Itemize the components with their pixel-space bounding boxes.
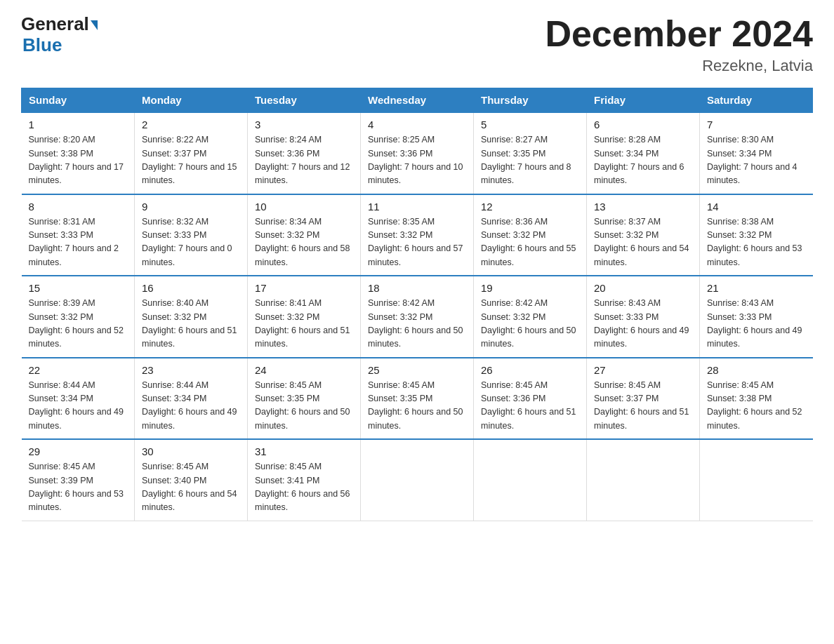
- calendar-cell: 11 Sunrise: 8:35 AM Sunset: 3:32 PM Dayl…: [361, 194, 474, 276]
- day-info: Sunrise: 8:20 AM Sunset: 3:38 PM Dayligh…: [29, 133, 128, 188]
- day-header-sunday: Sunday: [22, 88, 135, 113]
- calendar-cell: [361, 439, 474, 521]
- logo-line2: Blue: [22, 34, 62, 56]
- day-info: Sunrise: 8:31 AM Sunset: 3:33 PM Dayligh…: [29, 215, 128, 270]
- day-number: 8: [29, 201, 128, 213]
- calendar-cell: 12 Sunrise: 8:36 AM Sunset: 3:32 PM Dayl…: [474, 194, 587, 276]
- calendar-cell: 20 Sunrise: 8:43 AM Sunset: 3:33 PM Dayl…: [587, 276, 700, 358]
- day-number: 7: [707, 119, 806, 130]
- day-info: Sunrise: 8:37 AM Sunset: 3:32 PM Dayligh…: [594, 215, 692, 270]
- day-info: Sunrise: 8:44 AM Sunset: 3:34 PM Dayligh…: [142, 379, 240, 434]
- day-info: Sunrise: 8:45 AM Sunset: 3:38 PM Dayligh…: [707, 379, 806, 434]
- calendar-cell: 8 Sunrise: 8:31 AM Sunset: 3:33 PM Dayli…: [22, 194, 135, 276]
- calendar-cell: 6 Sunrise: 8:28 AM Sunset: 3:34 PM Dayli…: [587, 112, 700, 194]
- day-info: Sunrise: 8:45 AM Sunset: 3:35 PM Dayligh…: [368, 379, 466, 434]
- calendar-cell: 22 Sunrise: 8:44 AM Sunset: 3:34 PM Dayl…: [22, 358, 135, 440]
- day-info: Sunrise: 8:35 AM Sunset: 3:32 PM Dayligh…: [368, 215, 466, 270]
- day-info: Sunrise: 8:28 AM Sunset: 3:34 PM Dayligh…: [594, 133, 692, 188]
- calendar-cell: 29 Sunrise: 8:45 AM Sunset: 3:39 PM Dayl…: [22, 439, 135, 521]
- week-row-5: 29 Sunrise: 8:45 AM Sunset: 3:39 PM Dayl…: [22, 439, 813, 521]
- calendar-cell: 23 Sunrise: 8:44 AM Sunset: 3:34 PM Dayl…: [135, 358, 248, 440]
- day-number: 9: [142, 201, 240, 213]
- day-number: 29: [29, 445, 128, 457]
- day-info: Sunrise: 8:25 AM Sunset: 3:36 PM Dayligh…: [368, 133, 466, 188]
- day-info: Sunrise: 8:42 AM Sunset: 3:32 PM Dayligh…: [481, 297, 579, 351]
- calendar-cell: [700, 439, 813, 521]
- calendar-cell: 21 Sunrise: 8:43 AM Sunset: 3:33 PM Dayl…: [700, 276, 813, 358]
- day-number: 5: [481, 119, 579, 130]
- calendar-cell: 4 Sunrise: 8:25 AM Sunset: 3:36 PM Dayli…: [361, 112, 474, 194]
- week-row-4: 22 Sunrise: 8:44 AM Sunset: 3:34 PM Dayl…: [22, 358, 813, 440]
- day-number: 21: [707, 282, 806, 294]
- page-header: General Blue December 2024 Rezekne, Latv…: [21, 14, 813, 75]
- day-info: Sunrise: 8:41 AM Sunset: 3:32 PM Dayligh…: [255, 297, 353, 351]
- calendar-cell: 16 Sunrise: 8:40 AM Sunset: 3:32 PM Dayl…: [135, 276, 248, 358]
- calendar-cell: 5 Sunrise: 8:27 AM Sunset: 3:35 PM Dayli…: [474, 112, 587, 194]
- day-number: 2: [142, 119, 240, 130]
- week-row-3: 15 Sunrise: 8:39 AM Sunset: 3:32 PM Dayl…: [22, 276, 813, 358]
- calendar-cell: 15 Sunrise: 8:39 AM Sunset: 3:32 PM Dayl…: [22, 276, 135, 358]
- day-number: 30: [142, 445, 240, 457]
- month-title: December 2024: [545, 14, 813, 54]
- day-header-monday: Monday: [135, 88, 248, 113]
- day-info: Sunrise: 8:22 AM Sunset: 3:37 PM Dayligh…: [142, 133, 240, 188]
- day-info: Sunrise: 8:45 AM Sunset: 3:39 PM Dayligh…: [29, 460, 128, 515]
- day-number: 1: [29, 119, 128, 130]
- calendar-cell: 28 Sunrise: 8:45 AM Sunset: 3:38 PM Dayl…: [700, 358, 813, 440]
- calendar-cell: 3 Sunrise: 8:24 AM Sunset: 3:36 PM Dayli…: [248, 112, 361, 194]
- day-info: Sunrise: 8:30 AM Sunset: 3:34 PM Dayligh…: [707, 133, 806, 188]
- day-info: Sunrise: 8:44 AM Sunset: 3:34 PM Dayligh…: [29, 379, 128, 434]
- day-info: Sunrise: 8:45 AM Sunset: 3:40 PM Dayligh…: [142, 460, 240, 515]
- calendar-cell: 1 Sunrise: 8:20 AM Sunset: 3:38 PM Dayli…: [22, 112, 135, 194]
- day-number: 23: [142, 364, 240, 376]
- day-number: 16: [142, 282, 240, 294]
- day-header-thursday: Thursday: [474, 88, 587, 113]
- day-number: 4: [368, 119, 466, 130]
- day-number: 6: [594, 119, 692, 130]
- day-number: 14: [707, 201, 806, 213]
- day-number: 13: [594, 201, 692, 213]
- day-number: 11: [368, 201, 466, 213]
- day-info: Sunrise: 8:45 AM Sunset: 3:41 PM Dayligh…: [255, 460, 353, 515]
- calendar-cell: 25 Sunrise: 8:45 AM Sunset: 3:35 PM Dayl…: [361, 358, 474, 440]
- day-header-tuesday: Tuesday: [248, 88, 361, 113]
- day-number: 3: [255, 119, 353, 130]
- day-info: Sunrise: 8:36 AM Sunset: 3:32 PM Dayligh…: [481, 215, 579, 270]
- day-number: 12: [481, 201, 579, 213]
- subtitle: Rezekne, Latvia: [545, 57, 813, 75]
- calendar-cell: 30 Sunrise: 8:45 AM Sunset: 3:40 PM Dayl…: [135, 439, 248, 521]
- day-number: 27: [594, 364, 692, 376]
- day-number: 19: [481, 282, 579, 294]
- calendar-cell: 13 Sunrise: 8:37 AM Sunset: 3:32 PM Dayl…: [587, 194, 700, 276]
- calendar-cell: [474, 439, 587, 521]
- day-header-saturday: Saturday: [700, 88, 813, 113]
- calendar-cell: 14 Sunrise: 8:38 AM Sunset: 3:32 PM Dayl…: [700, 194, 813, 276]
- day-number: 24: [255, 364, 353, 376]
- day-info: Sunrise: 8:39 AM Sunset: 3:32 PM Dayligh…: [29, 297, 128, 351]
- day-number: 15: [29, 282, 128, 294]
- calendar-cell: 10 Sunrise: 8:34 AM Sunset: 3:32 PM Dayl…: [248, 194, 361, 276]
- week-row-2: 8 Sunrise: 8:31 AM Sunset: 3:33 PM Dayli…: [22, 194, 813, 276]
- title-area: December 2024 Rezekne, Latvia: [545, 14, 813, 75]
- calendar-cell: 18 Sunrise: 8:42 AM Sunset: 3:32 PM Dayl…: [361, 276, 474, 358]
- day-info: Sunrise: 8:27 AM Sunset: 3:35 PM Dayligh…: [481, 133, 579, 188]
- day-number: 18: [368, 282, 466, 294]
- day-info: Sunrise: 8:45 AM Sunset: 3:37 PM Dayligh…: [594, 379, 692, 434]
- calendar-cell: 31 Sunrise: 8:45 AM Sunset: 3:41 PM Dayl…: [248, 439, 361, 521]
- day-info: Sunrise: 8:34 AM Sunset: 3:32 PM Dayligh…: [255, 215, 353, 270]
- day-info: Sunrise: 8:42 AM Sunset: 3:32 PM Dayligh…: [368, 297, 466, 351]
- day-info: Sunrise: 8:43 AM Sunset: 3:33 PM Dayligh…: [707, 297, 806, 351]
- day-info: Sunrise: 8:24 AM Sunset: 3:36 PM Dayligh…: [255, 133, 353, 188]
- day-info: Sunrise: 8:40 AM Sunset: 3:32 PM Dayligh…: [142, 297, 240, 351]
- week-row-1: 1 Sunrise: 8:20 AM Sunset: 3:38 PM Dayli…: [22, 112, 813, 194]
- calendar-cell: 27 Sunrise: 8:45 AM Sunset: 3:37 PM Dayl…: [587, 358, 700, 440]
- day-info: Sunrise: 8:38 AM Sunset: 3:32 PM Dayligh…: [707, 215, 806, 270]
- day-info: Sunrise: 8:45 AM Sunset: 3:36 PM Dayligh…: [481, 379, 579, 434]
- calendar-cell: 2 Sunrise: 8:22 AM Sunset: 3:37 PM Dayli…: [135, 112, 248, 194]
- day-number: 20: [594, 282, 692, 294]
- day-info: Sunrise: 8:45 AM Sunset: 3:35 PM Dayligh…: [255, 379, 353, 434]
- day-info: Sunrise: 8:43 AM Sunset: 3:33 PM Dayligh…: [594, 297, 692, 351]
- calendar-cell: [587, 439, 700, 521]
- calendar-cell: 24 Sunrise: 8:45 AM Sunset: 3:35 PM Dayl…: [248, 358, 361, 440]
- calendar-cell: 26 Sunrise: 8:45 AM Sunset: 3:36 PM Dayl…: [474, 358, 587, 440]
